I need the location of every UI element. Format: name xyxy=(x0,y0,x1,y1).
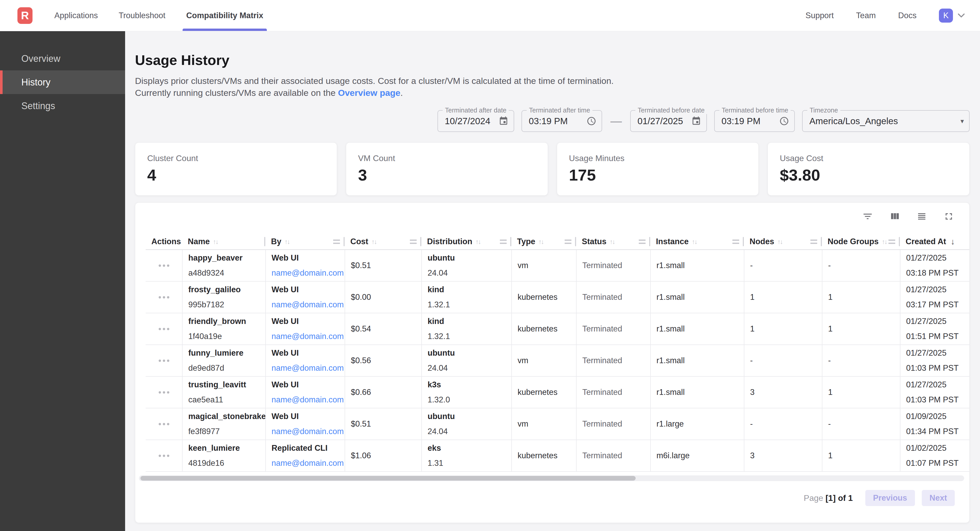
previous-button[interactable]: Previous xyxy=(865,490,915,506)
sort-icon[interactable]: ↑↓ xyxy=(692,238,697,246)
calendar-icon[interactable] xyxy=(499,116,509,126)
avatar[interactable]: K xyxy=(939,9,953,22)
horizontal-scrollbar-thumb[interactable] xyxy=(140,476,636,480)
sort-icon[interactable]: ↑↓ xyxy=(476,238,480,246)
fullscreen-icon[interactable] xyxy=(943,211,955,222)
by-email-link[interactable]: name@domain.com xyxy=(272,332,345,341)
clock-icon[interactable] xyxy=(779,116,789,126)
nav-tab-troubleshoot[interactable]: Troubleshoot xyxy=(119,0,165,31)
page-description: Displays prior clusters/VMs and their as… xyxy=(135,75,624,99)
terminated-before-time-field[interactable]: Terminated before time 03:19 PM xyxy=(714,110,795,132)
column-menu-icon[interactable] xyxy=(639,239,646,244)
row-actions-button[interactable] xyxy=(156,357,172,365)
column-menu-icon[interactable] xyxy=(732,239,739,244)
row-actions-button[interactable] xyxy=(156,293,172,301)
cluster-name: frosty_galileo xyxy=(188,285,265,294)
distribution-name: eks xyxy=(428,444,511,453)
dropdown-arrow-icon[interactable]: ▾ xyxy=(961,117,964,125)
column-header-status[interactable]: Status↑↓ xyxy=(576,234,650,249)
column-menu-icon[interactable] xyxy=(888,239,895,244)
sort-desc-icon[interactable]: ↓ xyxy=(951,237,955,247)
by-cell: Web UI name@domain.com xyxy=(265,408,345,439)
name-cell: friendly_brown 1f40a19e xyxy=(182,313,265,344)
sort-icon[interactable]: ↑↓ xyxy=(777,238,782,246)
logo-letter: R xyxy=(21,10,29,22)
row-actions-button[interactable] xyxy=(156,262,172,269)
distribution-version: 24.04 xyxy=(428,363,511,373)
by-cell: Web UI name@domain.com xyxy=(265,282,345,313)
column-header-cost[interactable]: Cost↑↓ xyxy=(345,234,422,249)
cost-cell: $0.00 xyxy=(345,282,422,313)
table-toolbar xyxy=(135,203,969,222)
sort-icon[interactable]: ↑↓ xyxy=(882,238,887,246)
timezone-select[interactable]: Timezone America/Los_Angeles ▾ xyxy=(802,110,970,132)
by-email-link[interactable]: name@domain.com xyxy=(272,268,345,278)
by-email-link[interactable]: name@domain.com xyxy=(272,395,345,404)
columns-icon[interactable] xyxy=(889,211,900,222)
name-cell: funny_lumiere de9ed87d xyxy=(182,345,265,376)
density-icon[interactable] xyxy=(916,211,928,222)
cluster-id: cae5ea11 xyxy=(188,395,265,404)
nav-tab-compatibility-matrix[interactable]: Compatibility Matrix xyxy=(186,0,263,31)
column-header-nodes[interactable]: Nodes↑↓ xyxy=(744,234,822,249)
by-email-link[interactable]: name@domain.com xyxy=(272,300,345,309)
nav-link-docs[interactable]: Docs xyxy=(898,11,916,20)
column-menu-icon[interactable] xyxy=(500,239,507,244)
by-source: Web UI xyxy=(272,285,345,294)
cluster-id: 4819de16 xyxy=(188,458,265,468)
column-header-type[interactable]: Type↑↓ xyxy=(511,234,576,249)
filter-icon[interactable] xyxy=(862,211,873,222)
chevron-down-icon[interactable] xyxy=(957,13,966,19)
sort-icon[interactable]: ↑↓ xyxy=(213,238,218,246)
next-button[interactable]: Next xyxy=(922,490,955,506)
by-email-link[interactable]: name@domain.com xyxy=(272,427,345,436)
instance-cell: r1.small xyxy=(650,345,744,376)
nav-link-team[interactable]: Team xyxy=(856,11,876,20)
account-menu[interactable]: K xyxy=(939,9,966,22)
cost-cell: $0.66 xyxy=(345,377,422,408)
sidebar-item-settings[interactable]: Settings xyxy=(0,94,125,118)
column-menu-icon[interactable] xyxy=(333,239,340,244)
calendar-icon[interactable] xyxy=(691,116,701,126)
actions-cell xyxy=(146,345,182,376)
by-email-link[interactable]: name@domain.com xyxy=(272,363,345,373)
row-actions-button[interactable] xyxy=(156,452,172,460)
row-actions-button[interactable] xyxy=(156,325,172,333)
overview-page-link[interactable]: Overview page xyxy=(338,88,401,98)
column-header-node-groups[interactable]: Node Groups↑↓ xyxy=(822,234,900,249)
column-header-created-at[interactable]: Created At↓ xyxy=(900,234,970,249)
cost-cell: $1.06 xyxy=(345,440,422,471)
status-cell: Terminated xyxy=(576,408,650,439)
terminated-before-date-field[interactable]: Terminated before date 01/27/2025 xyxy=(630,110,707,132)
by-email-link[interactable]: name@domain.com xyxy=(272,458,345,468)
sort-icon[interactable]: ↑↓ xyxy=(371,238,376,246)
nodes-cell: - xyxy=(744,250,822,281)
cluster-id: 995b7182 xyxy=(188,300,265,309)
column-menu-icon[interactable] xyxy=(565,239,571,244)
sidebar-item-overview[interactable]: Overview xyxy=(0,47,125,70)
column-menu-icon[interactable] xyxy=(810,239,817,244)
by-cell: Web UI name@domain.com xyxy=(265,377,345,408)
nav-tab-applications[interactable]: Applications xyxy=(54,0,98,31)
instance-cell: r1.small xyxy=(650,377,744,408)
sort-icon[interactable]: ↑↓ xyxy=(609,238,614,246)
nav-right: Support Team Docs K xyxy=(805,9,966,22)
type-cell: kubernetes xyxy=(511,282,576,313)
row-actions-button[interactable] xyxy=(156,420,172,428)
column-header-distribution[interactable]: Distribution↑↓ xyxy=(422,234,511,249)
horizontal-scrollbar-track[interactable] xyxy=(139,476,964,481)
sort-icon[interactable]: ↑↓ xyxy=(285,238,290,246)
terminated-after-date-field[interactable]: Terminated after date 10/27/2024 xyxy=(438,110,514,132)
column-header-name[interactable]: Name↑↓ xyxy=(182,234,265,249)
column-label: Instance xyxy=(656,237,689,246)
sidebar-item-history[interactable]: History xyxy=(0,70,125,94)
nav-link-support[interactable]: Support xyxy=(805,11,834,20)
terminated-after-time-field[interactable]: Terminated after time 03:19 PM xyxy=(522,110,602,132)
column-header-instance[interactable]: Instance↑↓ xyxy=(650,234,744,249)
column-menu-icon[interactable] xyxy=(410,239,417,244)
node-groups-cell: - xyxy=(822,345,900,376)
sort-icon[interactable]: ↑↓ xyxy=(538,238,543,246)
row-actions-button[interactable] xyxy=(156,388,172,396)
column-header-by[interactable]: By↑↓ xyxy=(265,234,345,249)
clock-icon[interactable] xyxy=(587,116,597,126)
